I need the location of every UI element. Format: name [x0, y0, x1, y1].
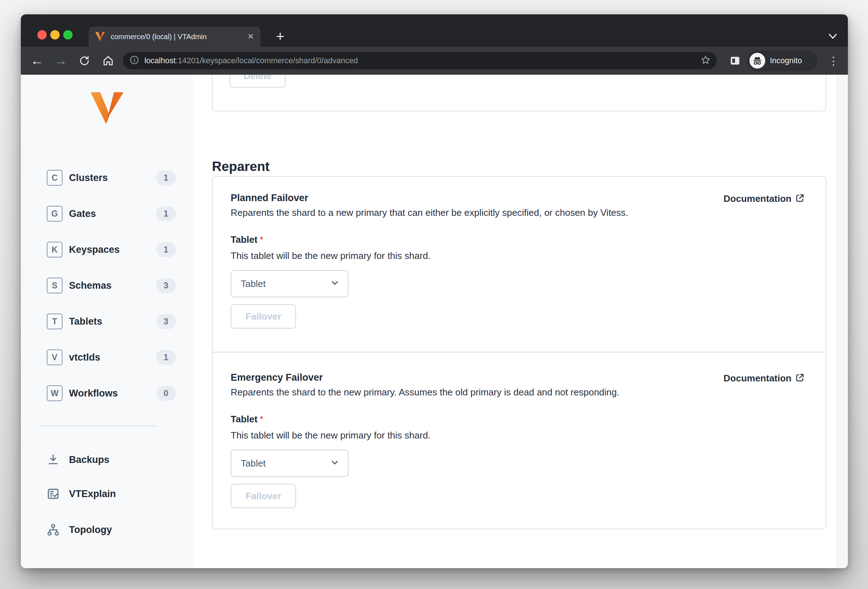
tab-close-icon[interactable]: ✕ [248, 32, 254, 41]
documentation-label: Documentation [723, 373, 791, 384]
external-link-icon [791, 373, 805, 384]
failover-button[interactable]: Failover [231, 484, 296, 508]
document-check-icon [46, 487, 61, 501]
vitess-logo [90, 92, 124, 124]
documentation-label: Documentation [723, 193, 791, 204]
sidebar-item-label: Topology [69, 512, 112, 548]
documentation-link[interactable]: Documentation [723, 373, 805, 384]
page-content: C Clusters 1 G Gates 1 K Keyspaces 1 S S… [21, 75, 848, 568]
new-tab-button[interactable]: + [272, 29, 288, 44]
tab-strip: commerce/0 (local) | VTAdmin ✕ + [21, 14, 848, 47]
sidebar-item-vtctlds[interactable]: V vtctlds 1 [21, 339, 193, 375]
incognito-label: Incognito [770, 56, 802, 65]
sidebar-item-label: Backups [69, 442, 109, 478]
delete-button[interactable]: Delete [230, 75, 286, 88]
url-path: :14201/keyspace/local/commerce/shard/0/a… [176, 56, 358, 65]
clusters-letter-icon: C [47, 170, 62, 186]
required-asterisk: * [260, 414, 263, 424]
vitess-favicon-icon [95, 32, 105, 41]
sidebar-item-vtexplain[interactable]: VTExplain [21, 476, 193, 512]
bookmark-star-icon[interactable] [700, 54, 711, 67]
count-badge: 1 [156, 170, 176, 185]
sidebar-item-keyspaces[interactable]: K Keyspaces 1 [21, 232, 193, 268]
site-info-icon[interactable] [129, 55, 139, 66]
planned-failover-section: Planned Failover Documentation Reparents… [213, 193, 825, 350]
sidebar-item-backups[interactable]: Backups [21, 442, 193, 478]
sidebar-item-label: VTExplain [69, 476, 116, 512]
sidebar-item-label: Keyspaces [69, 232, 120, 268]
side-panel-icon[interactable] [727, 47, 743, 75]
sidebar-item-label: vtctlds [69, 339, 100, 375]
section-title: Planned Failover [231, 193, 308, 204]
section-description: Reparents the shard to the new primary. … [231, 387, 619, 398]
tab-search-chevron-icon[interactable] [828, 33, 838, 41]
main-panel: Delete Reparent Planned Failover Documen… [193, 75, 837, 568]
card-divider [213, 352, 825, 353]
reparent-card: Planned Failover Documentation Reparents… [212, 176, 826, 529]
sidebar: C Clusters 1 G Gates 1 K Keyspaces 1 S S… [21, 75, 193, 568]
window-zoom-button[interactable] [63, 30, 72, 40]
sidebar-item-label: Clusters [69, 160, 108, 196]
forward-button[interactable]: → [52, 47, 70, 75]
gates-letter-icon: G [47, 206, 62, 222]
sidebar-item-label: Gates [69, 196, 96, 232]
browser-toolbar: ← → localhost:14201/keyspace/local/comme… [21, 47, 848, 75]
count-badge: 0 [156, 386, 176, 401]
keyspaces-letter-icon: K [47, 242, 62, 258]
tablets-letter-icon: T [47, 314, 62, 329]
external-link-icon [791, 193, 805, 204]
sidebar-item-label: Schemas [69, 268, 112, 303]
url-host: localhost [145, 56, 176, 65]
page-title: Reparent [212, 159, 269, 174]
sidebar-item-schemas[interactable]: S Schemas 3 [21, 268, 193, 303]
chevron-down-icon [330, 458, 340, 469]
incognito-icon [750, 53, 765, 69]
browser-window: commerce/0 (local) | VTAdmin ✕ + ← → [21, 14, 848, 568]
incognito-badge: Incognito [747, 50, 817, 71]
tablet-field-help: This tablet will be the new primary for … [231, 430, 430, 441]
sidebar-item-tablets[interactable]: T Tablets 3 [21, 303, 193, 339]
section-title: Emergency Failover [231, 372, 323, 383]
window-close-button[interactable] [37, 30, 47, 40]
vtctlds-letter-icon: V [47, 349, 62, 365]
sidebar-item-label: Tablets [69, 303, 102, 339]
url-bar[interactable]: localhost:14201/keyspace/local/commerce/… [123, 52, 717, 69]
sidebar-item-clusters[interactable]: C Clusters 1 [21, 160, 193, 196]
count-badge: 1 [156, 242, 176, 257]
failover-button[interactable]: Failover [231, 304, 296, 328]
tablet-select[interactable]: Tablet [231, 270, 348, 297]
home-button[interactable] [99, 47, 117, 75]
sidebar-item-workflows[interactable]: W Workflows 0 [21, 375, 193, 411]
browser-tab[interactable]: commerce/0 (local) | VTAdmin ✕ [89, 27, 260, 47]
scrollbar[interactable] [837, 75, 848, 568]
emergency-failover-section: Emergency Failover Documentation Reparen… [213, 372, 825, 530]
section-description: Reparents the shard to a new primary tha… [231, 207, 628, 218]
count-badge: 1 [156, 206, 176, 221]
tablet-field-label: Tablet* [231, 414, 263, 425]
tablet-select[interactable]: Tablet [231, 450, 348, 477]
required-asterisk: * [260, 234, 263, 245]
tablet-field-help: This tablet will be the new primary for … [231, 250, 430, 261]
previous-card-partial: Delete [212, 75, 826, 111]
download-icon [46, 452, 61, 467]
sidebar-divider [38, 426, 157, 426]
window-minimize-button[interactable] [50, 30, 60, 40]
tab-title: commerce/0 (local) | VTAdmin [111, 33, 244, 41]
tablet-select-value: Tablet [241, 278, 330, 290]
chevron-down-icon [330, 278, 340, 290]
browser-menu-icon[interactable]: ⋮ [825, 47, 841, 75]
tablet-field-label: Tablet* [231, 234, 263, 245]
back-button[interactable]: ← [28, 47, 46, 75]
tablet-select-value: Tablet [241, 458, 330, 469]
workflows-letter-icon: W [47, 385, 62, 401]
schemas-letter-icon: S [47, 278, 62, 293]
sidebar-item-gates[interactable]: G Gates 1 [21, 196, 193, 232]
reload-button[interactable] [75, 47, 93, 75]
documentation-link[interactable]: Documentation [723, 193, 805, 204]
topology-icon [46, 523, 61, 537]
count-badge: 3 [156, 278, 176, 293]
count-badge: 1 [156, 350, 176, 365]
count-badge: 3 [156, 314, 176, 329]
url-text: localhost:14201/keyspace/local/commerce/… [145, 56, 700, 65]
sidebar-item-topology[interactable]: Topology [21, 512, 193, 548]
